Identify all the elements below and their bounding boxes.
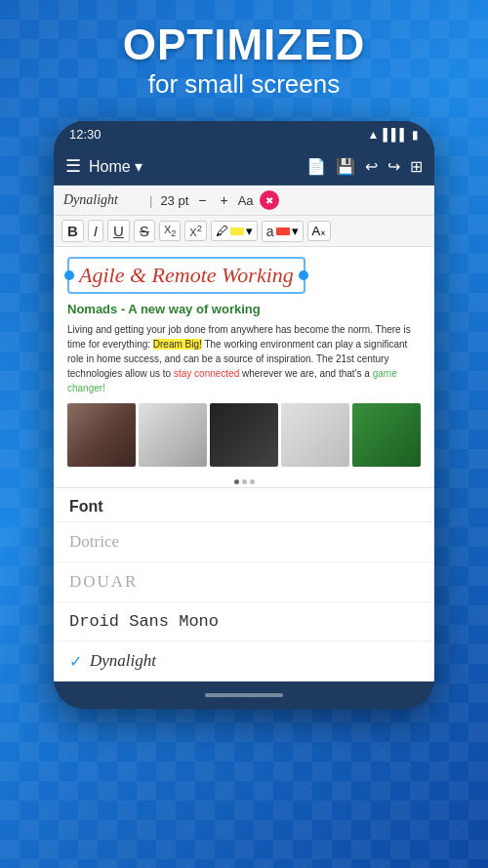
menu-icon[interactable]: ☰ bbox=[65, 155, 81, 177]
font-aa-btn[interactable]: Aa bbox=[238, 193, 254, 208]
font-panel: Font Dotrice DOUAR Droid Sans Mono ✓ Dyn… bbox=[54, 487, 434, 682]
scroll-dot-1 bbox=[234, 479, 239, 484]
format-bar-top: Dynalight | 23 pt − + Aa ✖ bbox=[54, 186, 434, 216]
status-icons: ▲ ▌▌▌ ▮ bbox=[368, 128, 419, 142]
separator: | bbox=[149, 193, 152, 208]
text-color-dropdown[interactable]: ▾ bbox=[292, 224, 299, 238]
format-bar-bottom: B I U S X2 X2 🖊 ▾ a ▾ Aₓ bbox=[54, 216, 434, 247]
subscript-button[interactable]: X2 bbox=[159, 221, 181, 241]
document-title: Agile & Remote Working bbox=[79, 263, 294, 287]
scroll-dots bbox=[234, 479, 255, 484]
font-panel-header: Font bbox=[54, 488, 434, 522]
highlight-dropdown[interactable]: ▾ bbox=[246, 224, 253, 238]
battery-icon: ▮ bbox=[412, 128, 419, 142]
font-item-douar[interactable]: DOUAR bbox=[54, 562, 434, 602]
toolbar-title[interactable]: Home ▾ bbox=[89, 157, 299, 176]
image-4 bbox=[281, 403, 349, 467]
image-2 bbox=[139, 403, 207, 467]
font-item-dotrice[interactable]: Dotrice bbox=[54, 522, 434, 562]
toolbar-icons: 📄 💾 ↩ ↪ ⊞ bbox=[306, 157, 423, 176]
highlight-color-btn[interactable]: 🖊 ▾ bbox=[211, 221, 258, 241]
images-row bbox=[67, 403, 421, 467]
font-name-douar: DOUAR bbox=[69, 572, 138, 592]
view-icon[interactable]: ⊞ bbox=[410, 157, 423, 176]
clear-format-btn[interactable]: Aₓ bbox=[307, 221, 332, 241]
highlight-dream-big: Dream Big! bbox=[153, 339, 202, 350]
phone-frame: 12:30 ▲ ▌▌▌ ▮ ☰ Home ▾ 📄 💾 ↩ ↪ ⊞ Dynali bbox=[54, 121, 434, 709]
underline-button[interactable]: U bbox=[107, 220, 130, 242]
highlight-stay-connected: stay connected bbox=[174, 368, 239, 379]
image-3 bbox=[210, 403, 278, 467]
font-name-dotrice: Dotrice bbox=[69, 532, 119, 552]
scroll-indicator bbox=[54, 476, 434, 487]
resize-handle-right[interactable] bbox=[299, 270, 308, 280]
scroll-dot-2 bbox=[242, 479, 247, 484]
document-subtitle: Nomads - A new way of working bbox=[67, 302, 421, 316]
undo-icon[interactable]: ↩ bbox=[365, 157, 378, 176]
document-content: Agile & Remote Working Nomads - A new wa… bbox=[54, 247, 434, 476]
paint-symbol: ✖ bbox=[265, 195, 273, 206]
font-item-dynalight[interactable]: ✓ Dynalight bbox=[54, 641, 434, 682]
strikethrough-button[interactable]: S bbox=[134, 220, 155, 242]
headline-main: OPTIMIZED bbox=[20, 21, 468, 68]
document-body: Living and getting your job done from an… bbox=[67, 322, 421, 395]
image-1 bbox=[67, 403, 136, 467]
image-5 bbox=[352, 403, 421, 467]
clear-format-icon: Aₓ bbox=[312, 224, 327, 238]
font-size-display: 23 pt bbox=[160, 193, 188, 208]
headline: OPTIMIZED for small screens bbox=[0, 0, 488, 111]
editor-area: Dynalight | 23 pt − + Aa ✖ B I U S X2 X2… bbox=[54, 186, 434, 487]
font-name-dynalight: Dynalight bbox=[90, 651, 419, 671]
text-color-red-swatch bbox=[276, 227, 290, 235]
current-font-name[interactable]: Dynalight bbox=[63, 192, 142, 208]
italic-button[interactable]: I bbox=[88, 220, 103, 242]
font-item-droid[interactable]: Droid Sans Mono bbox=[54, 602, 434, 641]
doc-title-box: Agile & Remote Working bbox=[67, 257, 305, 294]
font-size-minus[interactable]: − bbox=[194, 190, 210, 210]
superscript-button[interactable]: X2 bbox=[184, 221, 206, 241]
redo-icon[interactable]: ↪ bbox=[387, 157, 400, 176]
new-doc-icon[interactable]: 📄 bbox=[306, 157, 326, 176]
scroll-dot-3 bbox=[250, 479, 255, 484]
highlight-yellow-swatch bbox=[230, 227, 244, 235]
resize-handle-left[interactable] bbox=[64, 270, 74, 280]
status-time: 12:30 bbox=[69, 127, 102, 142]
status-bar: 12:30 ▲ ▌▌▌ ▮ bbox=[54, 121, 434, 147]
save-icon[interactable]: 💾 bbox=[336, 157, 355, 176]
highlight-icon: 🖊 bbox=[216, 224, 228, 238]
doc-title-container: Agile & Remote Working bbox=[67, 257, 421, 294]
signal-icon: ▌▌▌ bbox=[383, 128, 408, 142]
text-color-btn[interactable]: a ▾ bbox=[262, 221, 304, 242]
app-toolbar: ☰ Home ▾ 📄 💾 ↩ ↪ ⊞ bbox=[54, 147, 434, 186]
headline-sub: for small screens bbox=[20, 68, 468, 102]
paint-icon[interactable]: ✖ bbox=[260, 190, 279, 210]
font-size-plus[interactable]: + bbox=[217, 190, 232, 210]
main-content: OPTIMIZED for small screens 12:30 ▲ ▌▌▌ … bbox=[0, 0, 488, 868]
bottom-bar bbox=[54, 682, 434, 709]
bold-button[interactable]: B bbox=[61, 220, 84, 242]
home-indicator bbox=[205, 693, 283, 697]
wifi-icon: ▲ bbox=[368, 128, 380, 142]
font-name-droid: Droid Sans Mono bbox=[69, 612, 219, 631]
text-color-a: a bbox=[266, 224, 274, 239]
checkmark-icon: ✓ bbox=[69, 652, 82, 671]
